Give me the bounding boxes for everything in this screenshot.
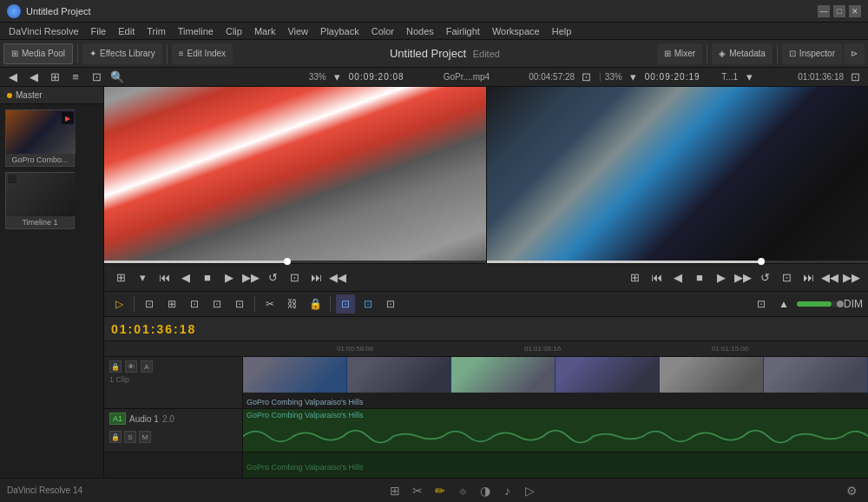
bottom-center: ⊞ ✂ ✏ ⟐ ◑ ♪ ▷ — [385, 481, 540, 500]
viewer-grid-btn[interactable]: ⊞ — [45, 68, 64, 87]
viewer-nav-back[interactable]: ◀ — [24, 68, 43, 87]
loop-btn-right[interactable]: ↺ — [755, 268, 774, 287]
media-pool-nav-btn[interactable]: ⊞ — [385, 481, 404, 500]
viewer-type-btn-left[interactable]: ⊞ — [111, 268, 130, 287]
volume-knob[interactable] — [837, 301, 844, 307]
stop-btn-left[interactable]: ■ — [198, 268, 217, 287]
effects-library-button[interactable]: ✦ Effects Library — [82, 43, 162, 64]
menu-view[interactable]: View — [282, 23, 313, 39]
edit-nav-btn[interactable]: ✏ — [431, 481, 450, 500]
close-button[interactable]: ✕ — [849, 5, 861, 17]
color-nav-btn[interactable]: ◑ — [476, 481, 495, 500]
skip-end-btn-right[interactable]: ⏭ — [799, 268, 818, 287]
menu-fairlight[interactable]: Fairlight — [441, 23, 485, 39]
viewer-options-right[interactable]: ⊡ — [845, 68, 865, 87]
menu-mark[interactable]: Mark — [249, 23, 280, 39]
video-clip[interactable]: GoPro Combing Valparaiso's Hills — [243, 357, 868, 408]
next-frame-btn-right[interactable]: ▶▶ — [733, 268, 753, 287]
metadata-button[interactable]: ◈ Metadata — [712, 43, 773, 64]
audio-lock-btn[interactable]: 🔒 — [109, 431, 122, 443]
zoom-dropdown-right[interactable]: ▾ — [624, 68, 643, 87]
list-item[interactable]: ▶ GoPro Combo... — [5, 109, 75, 167]
cut-nav-btn[interactable]: ✂ — [408, 481, 427, 500]
viewer-type-btn-right[interactable]: ⊞ — [625, 268, 644, 287]
trim-tool[interactable]: ⊡ — [140, 294, 159, 314]
loop2-btn-right[interactable]: ⊡ — [777, 268, 796, 287]
blade-tool[interactable]: ⊞ — [162, 294, 181, 314]
track-dropdown[interactable]: ▾ — [740, 68, 759, 87]
select-tool[interactable]: ▷ — [109, 294, 128, 314]
mixer-button[interactable]: ⊞ Mixer — [657, 43, 702, 64]
source-progress-bar[interactable] — [104, 261, 486, 263]
inspector-button[interactable]: ⊡ Inspector — [782, 43, 842, 64]
stop-btn-right[interactable]: ■ — [690, 268, 709, 287]
dynamic-trim-btn[interactable]: ⊡ — [230, 294, 249, 314]
zoom-dropdown-left[interactable]: ▾ — [328, 68, 347, 87]
menu-playback[interactable]: Playback — [315, 23, 365, 39]
track-eye-btn[interactable]: 👁 — [125, 360, 137, 373]
viewer-options-left[interactable]: ⊡ — [576, 68, 595, 87]
menu-timeline[interactable]: Timeline — [173, 23, 219, 39]
timeline-area: 01:01:36:18 01:00:58:08 01:01:06:16 01:0… — [104, 317, 868, 493]
slow-btn-left[interactable]: ◀◀ — [328, 268, 347, 287]
slip-tool[interactable]: ⊡ — [207, 294, 227, 314]
minimize-button[interactable]: — — [818, 5, 830, 17]
media-pool-button[interactable]: ⊞ Media Pool — [3, 43, 73, 64]
skip-start-btn-left[interactable]: ⏮ — [155, 268, 174, 287]
viewer-more-btn[interactable]: ⊡ — [87, 68, 106, 87]
razor-tool[interactable]: ⊡ — [185, 294, 204, 314]
track-lock-btn[interactable]: 🔒 — [109, 360, 122, 373]
menu-color[interactable]: Color — [366, 23, 399, 39]
skip-start-btn-right[interactable]: ⏮ — [647, 268, 666, 287]
menu-davinci[interactable]: DaVinci Resolve — [3, 23, 84, 39]
audio-mix-btn[interactable]: ⊡ — [752, 294, 771, 314]
menu-workspace[interactable]: Workspace — [487, 23, 545, 39]
dual-viewers — [104, 87, 868, 263]
menu-file[interactable]: File — [86, 23, 112, 39]
color-btn[interactable]: ⊡ — [381, 294, 400, 314]
track-auto-btn[interactable]: A — [141, 360, 153, 373]
menu-clip[interactable]: Clip — [220, 23, 247, 39]
play-btn-left[interactable]: ▶ — [220, 268, 239, 287]
play-btn-right[interactable]: ▶ — [712, 268, 731, 287]
skip-end-btn-left[interactable]: ⏭ — [306, 268, 326, 287]
settings-btn[interactable]: ⚙ — [842, 481, 861, 500]
menu-help[interactable]: Help — [547, 23, 577, 39]
loop2-btn-left[interactable]: ⊡ — [285, 268, 304, 287]
clip-thumb-1 — [243, 357, 347, 393]
fairlight-nav-btn[interactable]: ♪ — [498, 481, 517, 500]
loop-btn-left[interactable]: ↺ — [263, 268, 282, 287]
dim-btn[interactable]: DIM — [844, 294, 863, 314]
slow-next-right[interactable]: ▶▶ — [842, 268, 861, 287]
volume-up-btn[interactable]: ▲ — [774, 294, 793, 314]
lock-btn[interactable]: 🔒 — [306, 294, 325, 314]
viewer-dropdown-left[interactable]: ◀ — [3, 68, 23, 87]
timeline-video[interactable] — [487, 87, 869, 261]
timeline-progress-bar[interactable] — [487, 261, 869, 263]
maximize-button[interactable]: □ — [833, 5, 845, 17]
list-item[interactable]: Timeline 1 — [5, 172, 75, 229]
cut-btn[interactable]: ✂ — [260, 294, 279, 314]
menu-trim[interactable]: Trim — [141, 23, 171, 39]
audio-mute-btn[interactable]: M — [139, 431, 151, 443]
source-progress-fill — [104, 261, 287, 263]
audio-eye-btn[interactable]: S — [124, 431, 136, 443]
deliver-nav-btn[interactable]: ▷ — [521, 481, 540, 500]
viewer-list-btn[interactable]: ≡ — [66, 68, 85, 87]
link-btn[interactable]: ⛓ — [283, 294, 302, 314]
prev-frame-btn-left[interactable]: ◀ — [176, 268, 195, 287]
menu-edit[interactable]: Edit — [113, 23, 140, 39]
prev-frame-btn-right[interactable]: ◀ — [668, 268, 687, 287]
flag-btn[interactable]: ⊡ — [358, 294, 378, 314]
audio-clip[interactable]: GoPro Combing Valparaiso's Hills — [243, 409, 868, 452]
expand-button[interactable]: ⊳ — [844, 43, 865, 64]
fusion-nav-btn[interactable]: ⟐ — [453, 481, 472, 500]
next-frame-btn-left[interactable]: ▶▶ — [241, 268, 260, 287]
menu-nodes[interactable]: Nodes — [401, 23, 439, 39]
transport-btn[interactable]: ▾ — [133, 268, 152, 287]
snap-btn[interactable]: ⊡ — [336, 294, 355, 314]
viewer-search-btn[interactable]: 🔍 — [108, 68, 127, 87]
edit-index-button[interactable]: ≡ Edit Index — [172, 43, 233, 64]
slow-prev-right[interactable]: ◀◀ — [820, 268, 839, 287]
source-video[interactable] — [104, 87, 486, 261]
